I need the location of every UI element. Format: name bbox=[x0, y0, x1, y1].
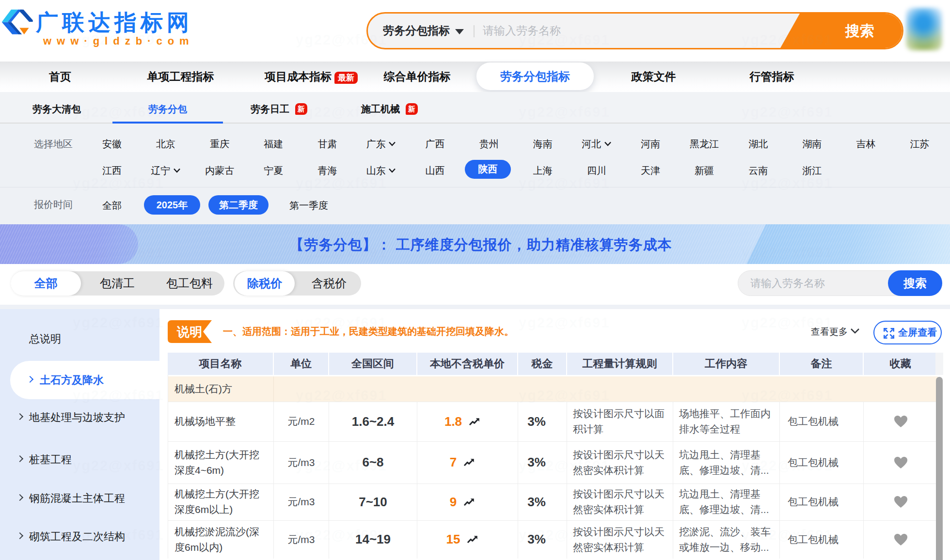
svg-text:说明: 说明 bbox=[176, 325, 202, 339]
